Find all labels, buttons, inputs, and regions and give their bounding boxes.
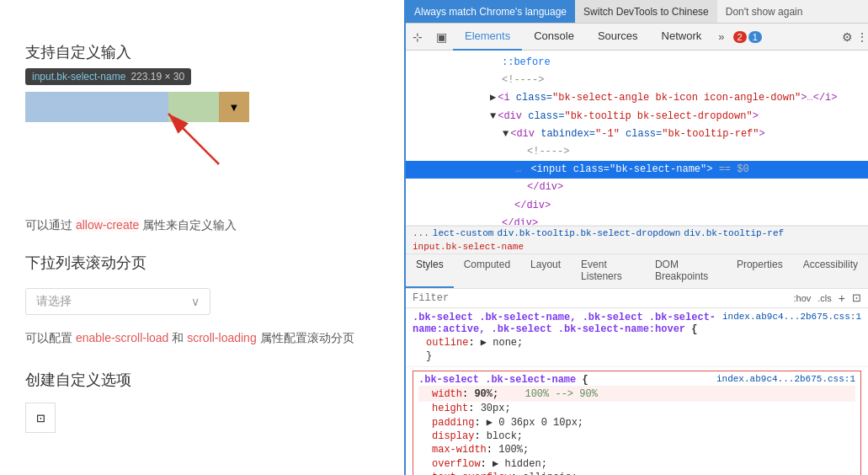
filter-row: :hov .cls + ⊡ bbox=[406, 289, 868, 308]
css-selector-2: .bk-select .bk-select-name { bbox=[418, 374, 588, 386]
html-line-before[interactable]: ::before bbox=[406, 54, 868, 72]
html-line-comment1[interactable]: <!----> bbox=[406, 72, 868, 89]
section3: 创建自定义选项 ⊡ bbox=[25, 370, 379, 433]
section1-desc: 可以通过 allow-create 属性来自定义输入 bbox=[25, 215, 379, 236]
switch-chinese-button[interactable]: Switch DevTools to Chinese bbox=[575, 0, 717, 23]
styles-tab-event-listeners[interactable]: Event Listeners bbox=[571, 254, 645, 288]
css-prop-overflow: overflow: ▶ hidden; bbox=[418, 456, 855, 471]
tab-sources[interactable]: Sources bbox=[586, 24, 650, 51]
left-panel: 支持自定义输入 input.bk-select-name 223.19 × 30… bbox=[0, 0, 404, 475]
tooltip-class: input.bk-select-name bbox=[32, 71, 125, 83]
svg-line-1 bbox=[168, 114, 219, 164]
more-tabs[interactable]: » bbox=[713, 30, 729, 43]
html-line-icon-i[interactable]: ▶<i class="bk-select-angle bk-icon icon-… bbox=[406, 89, 868, 107]
css-prop-height: height: 30px; bbox=[418, 402, 855, 415]
css-prop-max-width: max-width: 100%; bbox=[418, 443, 855, 456]
breadcrumb-tooltip-ref[interactable]: div.bk-tooltip-ref bbox=[684, 228, 784, 238]
always-match-button[interactable]: Always match Chrome's language bbox=[406, 0, 575, 23]
toggle-icon[interactable]: ⊡ bbox=[852, 291, 861, 304]
tooltip-label: input.bk-select-name 223.19 × 30 bbox=[25, 68, 191, 85]
css-selector-1: .bk-select .bk-select-name, .bk-select .… bbox=[413, 312, 716, 335]
warning-badge: 1 bbox=[748, 31, 762, 43]
breadcrumb-input-select-name[interactable]: input.bk-select-name bbox=[413, 242, 524, 252]
html-line-input[interactable]: … <input class="bk-select-name"> == $0 bbox=[406, 161, 868, 179]
breadcrumb-tooltip-dropdown[interactable]: div.bk-tooltip.bk-select-dropdown bbox=[497, 228, 680, 238]
breadcrumb: ... lect-custom div.bk-tooltip.bk-select… bbox=[406, 226, 868, 254]
keyword-allow-create: allow-create bbox=[76, 218, 139, 232]
add-style-button[interactable]: + bbox=[839, 291, 845, 305]
copy-icon-button[interactable]: ⊡ bbox=[25, 403, 56, 433]
html-line-div-ref[interactable]: ▼<div tabindex="-1" class="bk-tooltip-re… bbox=[406, 125, 868, 143]
devtools-panel: Always match Chrome's language Switch De… bbox=[404, 0, 868, 475]
settings-icon[interactable]: ⚙ bbox=[842, 30, 853, 44]
breadcrumb-lect-custom[interactable]: lect-custom bbox=[433, 228, 494, 238]
css-prop-width: width: 90%; 100% --> 90% bbox=[418, 386, 855, 402]
breadcrumb-dots: ... bbox=[413, 228, 429, 238]
red-arrow-area bbox=[25, 122, 379, 198]
html-line-div-tooltip[interactable]: ▼<div class="bk-tooltip bk-select-dropdo… bbox=[406, 108, 868, 125]
section2-desc: 可以配置 enable-scroll-load 和 scroll-loading… bbox=[25, 328, 379, 349]
dont-show-button[interactable]: Don't show again bbox=[717, 0, 812, 23]
css-rule-1: index.ab9c4...2b675.css:1 .bk-select .bk… bbox=[406, 308, 868, 367]
css-prop-padding: padding: ▶ 0 36px 0 10px; bbox=[418, 415, 855, 430]
select-placeholder: 请选择 bbox=[36, 294, 72, 309]
section2: 下拉列表滚动分页 请选择 ∨ 可以配置 enable-scroll-load 和… bbox=[25, 253, 379, 349]
styles-tab-layout[interactable]: Layout bbox=[520, 254, 571, 288]
styles-tab-computed[interactable]: Computed bbox=[454, 254, 520, 288]
styles-panel: index.ab9c4...2b675.css:1 .bk-select .bk… bbox=[406, 308, 868, 476]
css-file-ref-2[interactable]: index.ab9c4...2b675.css:1 bbox=[716, 374, 855, 384]
styles-tab-styles[interactable]: Styles bbox=[406, 254, 454, 288]
devtools-gear-area: ⚙ ⋮ bbox=[842, 30, 868, 44]
copy-icon: ⊡ bbox=[36, 412, 45, 424]
hov-button[interactable]: :hov bbox=[794, 293, 812, 303]
cls-button[interactable]: .cls bbox=[817, 293, 832, 303]
section2-title: 下拉列表滚动分页 bbox=[25, 253, 379, 273]
chevron-down-icon: ∨ bbox=[191, 295, 200, 308]
error-badge: 2 bbox=[733, 31, 747, 43]
html-panel: ::before <!----> ▶<i class="bk-select-an… bbox=[406, 51, 868, 226]
input-demo-area: input.bk-select-name 223.19 × 30 ▼ bbox=[25, 92, 379, 198]
section1-title: 支持自定义输入 bbox=[25, 42, 379, 62]
section3-title: 创建自定义选项 bbox=[25, 370, 379, 390]
red-arrow-svg bbox=[152, 105, 253, 173]
device-icon[interactable]: ▣ bbox=[429, 24, 453, 51]
more-options-icon[interactable]: ⋮ bbox=[856, 30, 868, 44]
styles-tab-accessibility[interactable]: Accessibility bbox=[793, 254, 868, 288]
devtools-toolbar: ⊹ ▣ Elements Console Sources Network » 2… bbox=[406, 24, 868, 51]
css-rule1-selector-line: index.ab9c4...2b675.css:1 .bk-select .bk… bbox=[413, 312, 861, 335]
select-blue-portion[interactable] bbox=[25, 92, 168, 122]
tab-console[interactable]: Console bbox=[522, 24, 586, 51]
cursor-icon[interactable]: ⊹ bbox=[406, 24, 429, 51]
keyword-scroll-loading: scroll-loading bbox=[187, 331, 256, 344]
css-prop-display: display: block; bbox=[418, 430, 855, 443]
html-line-comment2[interactable]: <!----> bbox=[406, 143, 868, 161]
select-dropdown[interactable]: 请选择 ∨ bbox=[25, 288, 210, 315]
css-file-ref-1[interactable]: index.ab9c4...2b675.css:1 bbox=[722, 312, 861, 322]
html-line-close-div1[interactable]: </div> bbox=[406, 179, 868, 196]
css-rule-2: index.ab9c4...2b675.css:1 .bk-select .bk… bbox=[413, 371, 861, 476]
styles-tabs: Styles Computed Layout Event Listeners D… bbox=[406, 254, 868, 289]
keyword-enable-scroll: enable-scroll-load bbox=[76, 331, 169, 344]
tooltip-dimension: 223.19 × 30 bbox=[130, 71, 184, 83]
css-rule2-selector-line: index.ab9c4...2b675.css:1 .bk-select .bk… bbox=[418, 374, 855, 386]
css-rule1-closing: } bbox=[413, 350, 861, 363]
styles-tab-dom-breakpoints[interactable]: DOM Breakpoints bbox=[645, 254, 727, 288]
tab-network[interactable]: Network bbox=[650, 24, 714, 51]
css-prop-text-overflow: text-overflow: ellipsis; bbox=[418, 471, 855, 476]
filter-input[interactable] bbox=[413, 292, 787, 304]
html-line-close-div3[interactable]: </div> bbox=[406, 215, 868, 226]
css-prop-outline: outline: ▶ none; bbox=[413, 335, 861, 350]
devtools-topbar: Always match Chrome's language Switch De… bbox=[406, 0, 868, 24]
styles-tab-properties[interactable]: Properties bbox=[727, 254, 793, 288]
section1: 支持自定义输入 input.bk-select-name 223.19 × 30… bbox=[25, 42, 379, 236]
tab-elements[interactable]: Elements bbox=[453, 24, 522, 51]
html-line-close-div2[interactable]: </div> bbox=[406, 197, 868, 215]
